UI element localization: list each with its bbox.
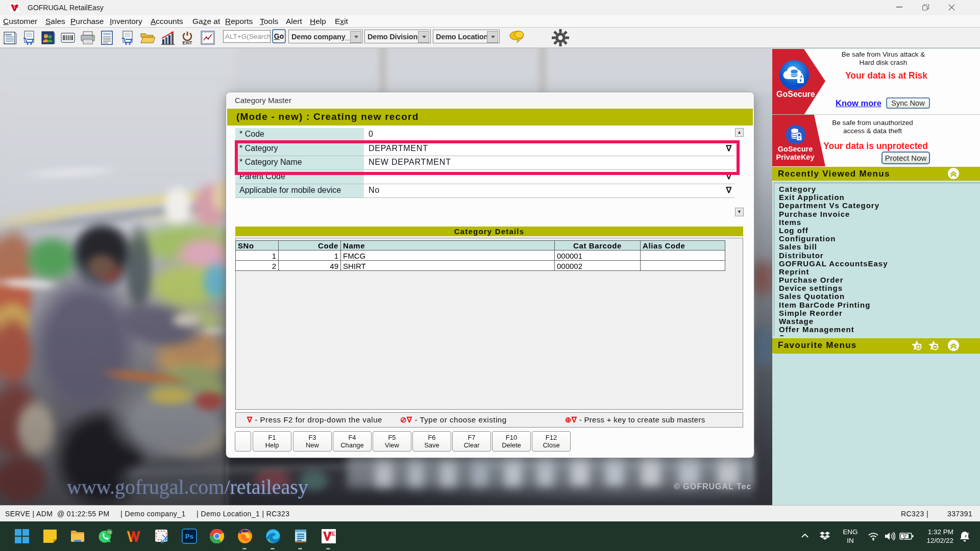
svg-text:Ps: Ps	[185, 533, 193, 540]
svg-text:z: z	[965, 534, 967, 538]
svg-text:RE: RE	[14, 5, 19, 8]
svg-text:RE: RE	[328, 531, 335, 537]
svg-text:z: z	[967, 531, 969, 536]
svg-text:25: 25	[107, 530, 111, 535]
svg-text:EXIT: EXIT	[183, 40, 193, 45]
